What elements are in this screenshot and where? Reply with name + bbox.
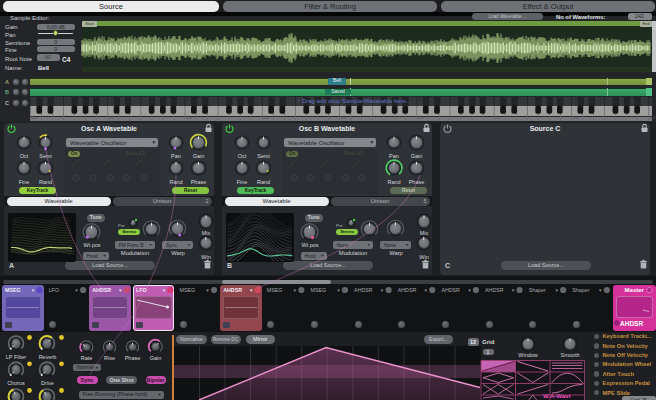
svg-text:C1: C1 <box>32 115 38 120</box>
svg-text:C3: C3 <box>186 115 192 120</box>
svg-text:C4: C4 <box>263 115 269 120</box>
svg-text:C7: C7 <box>495 115 501 120</box>
svg-text:C6: C6 <box>418 115 424 120</box>
svg-text:C2: C2 <box>109 115 115 120</box>
svg-text:C9: C9 <box>650 115 656 120</box>
svg-text:C8: C8 <box>573 115 579 120</box>
svg-text:C5: C5 <box>341 115 347 120</box>
